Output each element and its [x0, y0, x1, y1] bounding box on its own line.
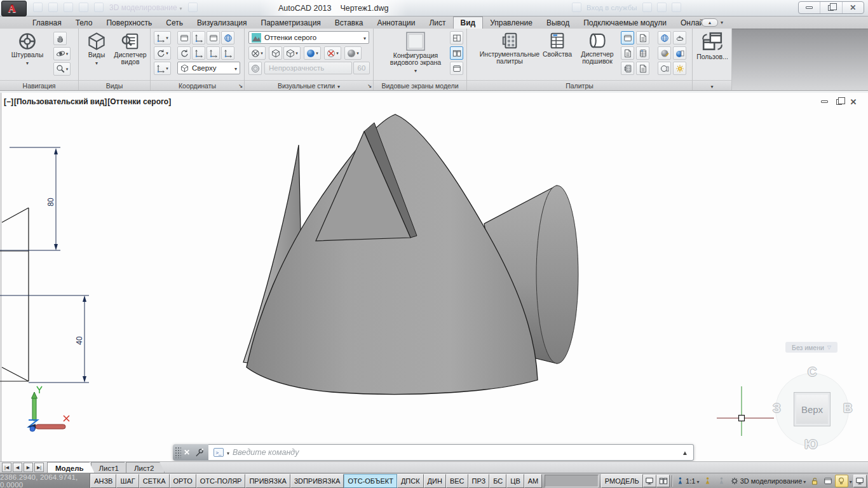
ucs-rotate-x-button[interactable]: ▾: [154, 46, 171, 60]
ribbon-collapse-options-icon[interactable]: [721, 20, 723, 25]
viewcube-west[interactable]: З: [773, 401, 781, 416]
panel-title-visual-styles[interactable]: Визуальные стили: [245, 80, 373, 90]
command-input[interactable]: >_ Введите команду ▲: [208, 444, 694, 461]
toggle-lwt[interactable]: ВЕС: [446, 474, 468, 488]
hardware-acceleration-button[interactable]: [821, 475, 834, 487]
annotation-autoscale-button[interactable]: [715, 475, 728, 487]
ucs-icon-display-button[interactable]: ▾: [154, 62, 171, 75]
material-mapping-button[interactable]: [673, 46, 686, 60]
tab-vizualizatsiya[interactable]: Визуализация: [190, 17, 254, 29]
annotation-scale-control[interactable]: 1:1: [674, 477, 701, 485]
lights-palette-button[interactable]: [658, 62, 671, 75]
calculator-button[interactable]: [636, 46, 649, 60]
help-icon[interactable]: [672, 3, 681, 12]
ucs-previous-button[interactable]: [177, 46, 191, 60]
status-menu-chevron-icon[interactable]: [850, 477, 852, 485]
command-close-button[interactable]: ✕: [181, 448, 193, 457]
viewport-config-button[interactable]: Конфигурация видового экрана: [380, 31, 451, 74]
workspace-switching-control[interactable]: 3D моделирование: [728, 477, 808, 485]
doc-close-button[interactable]: ✕: [849, 98, 858, 105]
dialog-launcher-icon[interactable]: [367, 83, 372, 89]
toggle-ducs[interactable]: ДПСК: [397, 474, 424, 488]
hide-objects-button[interactable]: [269, 46, 282, 60]
toggle-qp[interactable]: БС: [489, 474, 506, 488]
toggle-osnap[interactable]: ПРИВЯЗКА: [245, 474, 290, 488]
tab-glavnaya[interactable]: Главная: [25, 17, 69, 29]
tool-palettes-button[interactable]: Инструментальные палитры: [481, 31, 538, 65]
qat-plot-icon[interactable]: [64, 3, 73, 12]
pan-button[interactable]: [53, 32, 67, 45]
next-tab-button[interactable]: ▶: [24, 463, 33, 472]
ucs-world-button[interactable]: [192, 31, 205, 44]
toggle-sc[interactable]: ЦВ: [506, 474, 524, 488]
toggle-3dosnap[interactable]: 3DПРИВЯЗКА: [290, 474, 344, 488]
materials-editor-button[interactable]: [658, 46, 671, 60]
tab-annotatsii[interactable]: Аннотации: [370, 17, 422, 29]
drag-grip-icon[interactable]: [175, 447, 181, 458]
annotation-visibility-button[interactable]: [701, 475, 714, 487]
sun-properties-button[interactable]: [673, 62, 686, 75]
first-tab-button[interactable]: |◀: [2, 463, 11, 472]
ucs-3point-button[interactable]: [221, 46, 234, 60]
ucs-object-button[interactable]: [207, 31, 220, 44]
doc-restore-button[interactable]: [834, 98, 843, 105]
dimension-80-text[interactable]: 80: [46, 198, 55, 207]
opacity-toggle-button[interactable]: [248, 62, 262, 75]
tab-parametrizatsiya[interactable]: Параметризация: [254, 17, 328, 29]
restore-button[interactable]: [820, 2, 842, 13]
ucs-origin-button[interactable]: [192, 46, 205, 60]
tab-poverkhnost[interactable]: Поверхность: [99, 17, 159, 29]
restore-viewport-button[interactable]: [450, 62, 463, 75]
qat-open-icon[interactable]: [33, 3, 43, 12]
toggle-snap[interactable]: ШАГ: [116, 474, 139, 488]
command-customize-button[interactable]: [193, 448, 205, 458]
qat-save-icon[interactable]: [48, 3, 58, 12]
user-interface-button[interactable]: Пользов...: [696, 31, 728, 60]
close-button[interactable]: ✕: [843, 2, 864, 13]
xray-button[interactable]: ▾: [324, 46, 341, 60]
markup-palette-button[interactable]: [621, 62, 634, 75]
tab-telo[interactable]: Тело: [69, 17, 100, 29]
status-bar-menu-button[interactable]: [835, 475, 848, 487]
toggle-infer-constraints[interactable]: АНЗВ: [90, 474, 116, 488]
panel-title-views[interactable]: Виды: [79, 80, 150, 90]
ribbon-collapse-button[interactable]: [702, 18, 718, 27]
count-palette-button[interactable]: [621, 46, 634, 60]
ucs-named-button[interactable]: [177, 31, 191, 44]
viewcube-north[interactable]: С: [808, 365, 817, 379]
signin-label[interactable]: Вход в службы: [587, 4, 637, 11]
wireframe-profile[interactable]: [0, 208, 29, 381]
panel-title-navigation[interactable]: Навигация: [0, 80, 78, 90]
ucs-dynamic-button[interactable]: ▾: [154, 31, 171, 44]
workspace-switcher[interactable]: 3D моделирование: [109, 3, 182, 12]
qat-dropdown-icon[interactable]: [188, 3, 198, 12]
toolbar-lock-button[interactable]: [808, 475, 821, 487]
ucs-world-globe-button[interactable]: [221, 31, 234, 44]
minimize-button[interactable]: [799, 2, 820, 13]
command-history-toggle[interactable]: ▲: [682, 449, 688, 456]
named-viewports-button[interactable]: [450, 31, 463, 44]
viewcube-top-face[interactable]: Верх: [794, 392, 831, 426]
tab-layout1[interactable]: Лист1: [91, 462, 130, 473]
render-presets-button[interactable]: [673, 31, 686, 44]
steering-wheels-button[interactable]: Штурвалы: [9, 32, 46, 67]
shadows-button[interactable]: ▾: [304, 46, 321, 60]
application-menu-button[interactable]: A: [1, 1, 27, 17]
visual-style-combo[interactable]: Оттенки серого: [248, 31, 369, 44]
ucs-zaxis-button[interactable]: [207, 46, 220, 60]
face-style-button[interactable]: ▾: [248, 46, 266, 60]
qat-redo-icon[interactable]: [94, 3, 104, 12]
drawing-area[interactable]: 80 40: [0, 93, 868, 461]
panel-title-model-viewports[interactable]: Видовые экраны модели: [374, 80, 466, 90]
viewport-controls-menu[interactable]: [−]: [4, 97, 13, 106]
dome-body[interactable]: [247, 114, 538, 395]
viewcube-east[interactable]: В: [843, 401, 852, 416]
properties-button[interactable]: Свойства: [539, 31, 575, 58]
tab-vid[interactable]: Вид: [453, 17, 484, 29]
viewport-style-menu[interactable]: [Оттенки серого]: [107, 97, 171, 106]
clipboard-palette-button[interactable]: [636, 62, 649, 75]
join-viewports-button[interactable]: [450, 46, 463, 60]
model-space-button[interactable]: РМОДЕЛЬ: [601, 474, 643, 488]
autodesk360-icon[interactable]: [657, 3, 667, 12]
sheet-set-manager-button[interactable]: Диспетчер подшивок: [576, 31, 618, 65]
